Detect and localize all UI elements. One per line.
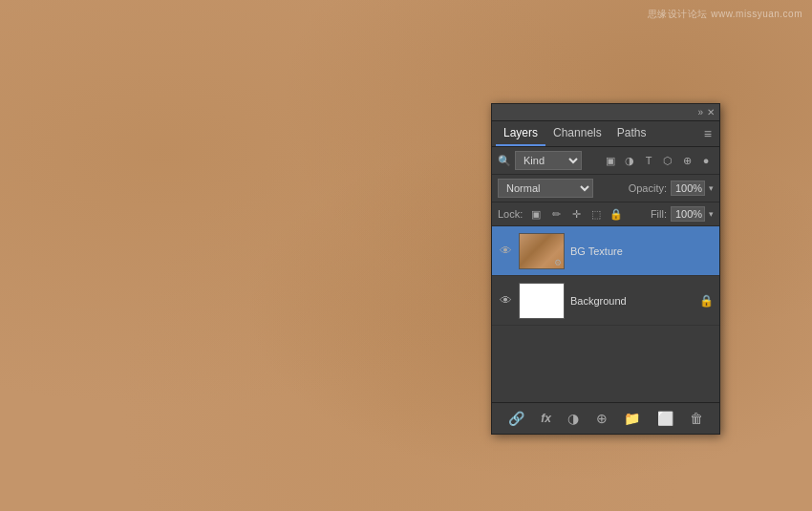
lock-artboard-icon[interactable]: ⬚ xyxy=(588,208,604,221)
search-icon: 🔍 xyxy=(498,155,511,167)
group-icon[interactable]: 📁 xyxy=(620,409,644,428)
toggle-filter-icon[interactable]: ● xyxy=(698,155,714,166)
layer-name-background: Background xyxy=(570,295,694,307)
layers-panel: » ✕ Layers Channels Paths ≡ 🔍 Kind ▣ ◑ T… xyxy=(491,103,720,435)
lock-paint-icon[interactable]: ✏ xyxy=(548,208,564,221)
opacity-label: Opacity: xyxy=(629,182,667,194)
lock-row: Lock: ▣ ✏ ✛ ⬚ 🔒 Fill: 100% ▾ xyxy=(492,202,719,226)
mask-icon[interactable]: ⊕ xyxy=(592,409,611,428)
new-layer-icon[interactable]: ⬜ xyxy=(653,409,677,428)
lock-move-icon[interactable]: ✛ xyxy=(568,208,584,221)
type-filter-icon[interactable]: T xyxy=(641,155,656,166)
opacity-arrow: ▾ xyxy=(709,183,714,193)
filter-icons: ▣ ◑ T ⬡ ⊕ ● xyxy=(603,155,714,167)
tab-channels[interactable]: Channels xyxy=(545,121,609,146)
lock-all-icon[interactable]: 🔒 xyxy=(609,208,624,221)
link-icon[interactable]: 🔗 xyxy=(504,409,528,428)
smart-filter-icon[interactable]: ⊕ xyxy=(679,155,694,167)
eye-icon-bg-texture[interactable]: 👁 xyxy=(498,244,513,258)
pixel-filter-icon[interactable]: ▣ xyxy=(603,155,618,167)
adjustment-filter-icon[interactable]: ◑ xyxy=(622,155,637,167)
fill-group: Fill: 100% ▾ xyxy=(651,206,714,222)
fill-value[interactable]: 100% xyxy=(671,206,705,222)
fx-icon[interactable]: fx xyxy=(537,410,555,427)
layers-list: 👁 BG Texture 👁 Background 🔒 xyxy=(492,226,719,326)
lock-label: Lock: xyxy=(498,208,523,220)
trash-icon[interactable]: 🗑 xyxy=(686,409,707,428)
tab-layers[interactable]: Layers xyxy=(496,121,545,146)
fill-arrow: ▾ xyxy=(709,209,714,219)
blend-mode-select[interactable]: Normal xyxy=(498,179,593,198)
layer-lock-icon-background: 🔒 xyxy=(699,294,714,308)
tabs-row: Layers Channels Paths ≡ xyxy=(492,121,719,147)
panel-menu-icon[interactable]: ≡ xyxy=(700,122,716,145)
panel-toolbar: 🔗 fx ◑ ⊕ 📁 ⬜ 🗑 xyxy=(492,402,719,434)
kind-select[interactable]: Kind xyxy=(515,151,582,170)
eye-icon-background[interactable]: 👁 xyxy=(498,293,513,308)
panel-close-icon[interactable]: ✕ xyxy=(707,107,715,117)
fill-label: Fill: xyxy=(651,208,667,220)
layer-item-bg-texture[interactable]: 👁 BG Texture xyxy=(492,226,719,276)
opacity-value[interactable]: 100% xyxy=(671,181,705,196)
tab-paths[interactable]: Paths xyxy=(609,121,654,146)
shape-filter-icon[interactable]: ⬡ xyxy=(660,155,675,167)
new-fill-adjustment-icon[interactable]: ◑ xyxy=(564,409,583,428)
lock-transparent-icon[interactable]: ▣ xyxy=(528,208,544,221)
layer-thumb-background xyxy=(519,283,565,319)
panel-collapse-icon[interactable]: » xyxy=(697,107,703,117)
filter-row: 🔍 Kind ▣ ◑ T ⬡ ⊕ ● xyxy=(492,147,719,175)
layer-item-background[interactable]: 👁 Background 🔒 xyxy=(492,276,719,326)
layer-name-bg-texture: BG Texture xyxy=(570,245,714,257)
opacity-group: Opacity: 100% ▾ xyxy=(629,181,714,196)
layer-thumb-bg-texture xyxy=(519,233,565,269)
blend-row: Normal Opacity: 100% ▾ xyxy=(492,175,719,202)
lock-icons: ▣ ✏ ✛ ⬚ 🔒 xyxy=(528,208,624,221)
watermark: 思缘设计论坛 www.missyuan.com xyxy=(648,8,802,21)
panel-topbar: » ✕ xyxy=(492,104,719,121)
layers-spacer xyxy=(492,326,719,402)
